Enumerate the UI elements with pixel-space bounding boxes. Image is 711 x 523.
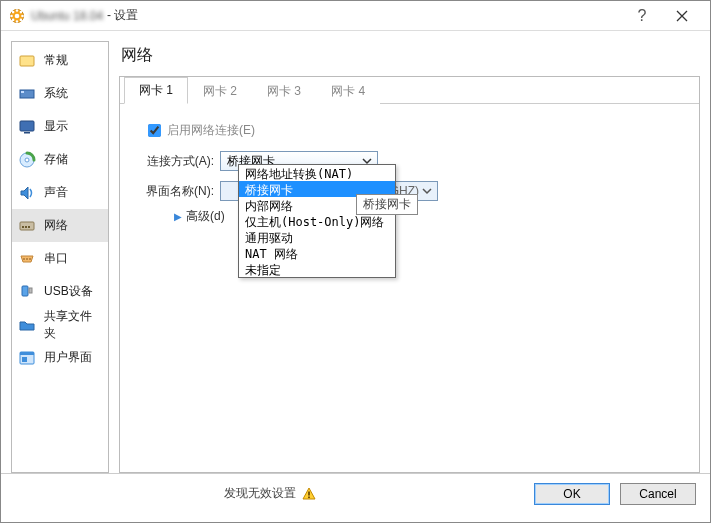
svg-point-6 (12, 10, 15, 13)
svg-point-21 (23, 258, 25, 260)
sidebar-item-label: 用户界面 (44, 349, 92, 366)
sidebar-item-label: 存储 (44, 151, 68, 168)
system-icon (18, 85, 36, 103)
sidebar-item-label: 声音 (44, 184, 68, 201)
sidebar-item-shared[interactable]: 共享文件夹 (12, 308, 108, 341)
audio-icon (18, 184, 36, 202)
sidebar-item-general[interactable]: 常规 (12, 44, 108, 77)
svg-point-8 (12, 18, 15, 21)
enable-network-checkbox[interactable] (148, 124, 161, 137)
svg-point-9 (20, 18, 23, 21)
svg-rect-27 (20, 352, 34, 355)
attach-option-generic[interactable]: 通用驱动 (239, 229, 395, 245)
sidebar-item-network[interactable]: 网络 (12, 209, 108, 242)
form-area: 启用网络连接(E) 连接方式(A): 桥接网卡 界面名称(N): (120, 104, 699, 239)
sidebar-item-system[interactable]: 系统 (12, 77, 108, 110)
svg-rect-25 (29, 288, 32, 293)
attach-option-hostonly[interactable]: 仅主机(Host-Only)网络 (239, 213, 395, 229)
sidebar-item-storage[interactable]: 存储 (12, 143, 108, 176)
storage-icon (18, 151, 36, 169)
sidebar-item-display[interactable]: 显示 (12, 110, 108, 143)
tab-adapter-1[interactable]: 网卡 1 (124, 77, 188, 104)
chevron-down-icon (419, 183, 435, 199)
svg-rect-18 (22, 226, 24, 228)
svg-rect-24 (22, 286, 28, 296)
status-area[interactable]: 发现无效设置 (15, 485, 524, 502)
sidebar-item-label: 共享文件夹 (44, 308, 102, 342)
attach-option-nat[interactable]: 网络地址转换(NAT) (239, 165, 395, 181)
app-icon (9, 8, 25, 24)
usb-icon (18, 283, 36, 301)
general-icon (18, 52, 36, 70)
close-button[interactable] (662, 1, 702, 31)
attach-option-unspecified[interactable]: 未指定 (239, 261, 395, 277)
svg-point-22 (26, 258, 28, 260)
svg-point-1 (15, 13, 20, 18)
svg-point-4 (10, 14, 13, 17)
svg-rect-20 (28, 226, 30, 228)
attach-mode-popup: 网络地址转换(NAT) 桥接网卡 内部网络 仅主机(Host-Only)网络 通… (238, 164, 396, 278)
window-title-obscured: Ubuntu 18.04 (31, 9, 103, 23)
cancel-button[interactable]: Cancel (620, 483, 696, 505)
svg-rect-14 (24, 132, 30, 134)
svg-rect-12 (21, 91, 24, 93)
svg-rect-30 (308, 496, 310, 498)
svg-rect-29 (308, 491, 310, 495)
footer: 发现无效设置 OK Cancel (1, 473, 710, 513)
help-button[interactable]: ? (622, 1, 662, 31)
tabs: 网卡 1 网卡 2 网卡 3 网卡 4 (120, 76, 699, 104)
sidebar-item-audio[interactable]: 声音 (12, 176, 108, 209)
svg-rect-19 (25, 226, 27, 228)
sidebar-item-serial[interactable]: 串口 (12, 242, 108, 275)
shared-folder-icon (18, 316, 36, 334)
sidebar-item-usb[interactable]: USB设备 (12, 275, 108, 308)
titlebar: Ubuntu 18.04 - 设置 ? (1, 1, 710, 31)
attach-option-natnetwork[interactable]: NAT 网络 (239, 245, 395, 261)
attach-label: 连接方式(A): (138, 153, 220, 170)
sidebar-item-label: USB设备 (44, 283, 93, 300)
page-title: 网络 (119, 41, 700, 76)
svg-point-7 (20, 10, 23, 13)
content-box: 网卡 1 网卡 2 网卡 3 网卡 4 启用网络连接(E) 连接方式(A): 桥… (119, 76, 700, 473)
sidebar: 常规 系统 显示 存储 声音 (11, 41, 109, 473)
triangle-right-icon: ▶ (174, 211, 182, 222)
sidebar-item-label: 网络 (44, 217, 68, 234)
svg-point-2 (16, 9, 19, 12)
window-title-suffix: - 设置 (107, 7, 138, 24)
sidebar-item-label: 系统 (44, 85, 68, 102)
svg-rect-28 (22, 357, 27, 362)
svg-point-3 (16, 20, 19, 23)
interface-icon (18, 349, 36, 367)
svg-point-16 (25, 158, 29, 162)
svg-rect-13 (20, 121, 34, 131)
enable-network-label: 启用网络连接(E) (167, 122, 255, 139)
tab-adapter-3[interactable]: 网卡 3 (252, 77, 316, 104)
warning-icon (302, 487, 316, 501)
sidebar-item-label: 串口 (44, 250, 68, 267)
network-icon (18, 217, 36, 235)
sidebar-item-label: 显示 (44, 118, 68, 135)
interface-name-label: 界面名称(N): (138, 183, 220, 200)
tab-adapter-4[interactable]: 网卡 4 (316, 77, 380, 104)
sidebar-item-ui[interactable]: 用户界面 (12, 341, 108, 374)
sidebar-item-label: 常规 (44, 52, 68, 69)
status-text: 发现无效设置 (224, 485, 296, 502)
advanced-label: 高级(d) (186, 208, 225, 225)
serial-icon (18, 250, 36, 268)
svg-point-23 (29, 258, 31, 260)
tooltip: 桥接网卡 (356, 194, 418, 215)
tab-adapter-2[interactable]: 网卡 2 (188, 77, 252, 104)
ok-button[interactable]: OK (534, 483, 610, 505)
svg-point-5 (21, 14, 24, 17)
display-icon (18, 118, 36, 136)
svg-rect-10 (20, 56, 34, 66)
